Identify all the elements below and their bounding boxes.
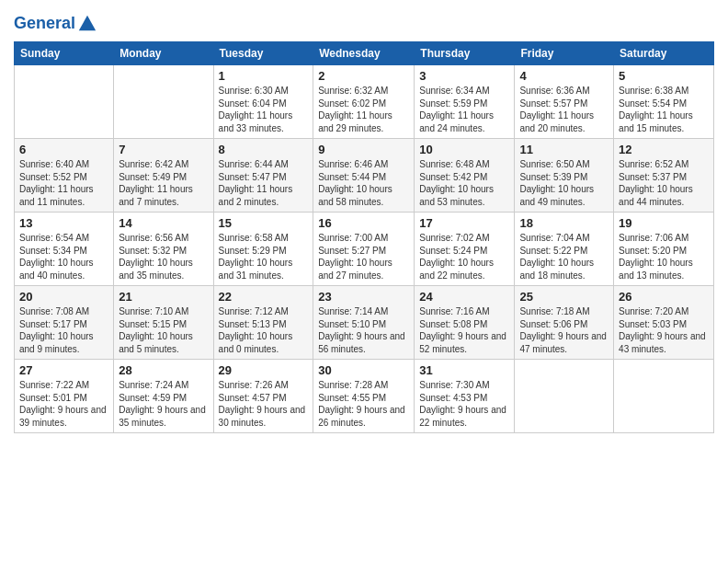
calendar-cell: 11Sunrise: 6:50 AM Sunset: 5:39 PM Dayli… bbox=[515, 139, 614, 213]
cell-content: Sunrise: 6:58 AM Sunset: 5:29 PM Dayligh… bbox=[219, 232, 309, 282]
calendar-cell: 31Sunrise: 7:30 AM Sunset: 4:53 PM Dayli… bbox=[415, 360, 515, 433]
day-number: 23 bbox=[318, 290, 409, 304]
cell-content: Sunrise: 7:28 AM Sunset: 4:55 PM Dayligh… bbox=[318, 379, 409, 429]
day-number: 24 bbox=[419, 290, 509, 304]
day-number: 2 bbox=[318, 69, 409, 83]
logo-icon bbox=[77, 14, 97, 34]
calendar-cell: 23Sunrise: 7:14 AM Sunset: 5:10 PM Dayli… bbox=[313, 286, 415, 360]
page-container: General SundayMondayTuesdayWednesdayThur… bbox=[0, 0, 728, 563]
calendar-cell: 26Sunrise: 7:20 AM Sunset: 5:03 PM Dayli… bbox=[614, 286, 714, 360]
calendar-cell: 28Sunrise: 7:24 AM Sunset: 4:59 PM Dayli… bbox=[114, 360, 213, 433]
calendar-cell: 25Sunrise: 7:18 AM Sunset: 5:06 PM Dayli… bbox=[515, 286, 614, 360]
calendar-table: SundayMondayTuesdayWednesdayThursdayFrid… bbox=[14, 41, 714, 433]
cell-content: Sunrise: 6:54 AM Sunset: 5:34 PM Dayligh… bbox=[19, 232, 108, 282]
calendar-cell: 21Sunrise: 7:10 AM Sunset: 5:15 PM Dayli… bbox=[114, 286, 213, 360]
cell-content: Sunrise: 6:38 AM Sunset: 5:54 PM Dayligh… bbox=[619, 85, 709, 134]
logo-text: General bbox=[14, 15, 75, 33]
calendar-cell: 9Sunrise: 6:46 AM Sunset: 5:44 PM Daylig… bbox=[313, 139, 415, 213]
calendar-cell: 2Sunrise: 6:32 AM Sunset: 6:02 PM Daylig… bbox=[313, 65, 415, 139]
cell-content: Sunrise: 7:00 AM Sunset: 5:27 PM Dayligh… bbox=[318, 232, 409, 282]
day-number: 13 bbox=[19, 216, 108, 230]
calendar-week-5: 27Sunrise: 7:22 AM Sunset: 5:01 PM Dayli… bbox=[15, 360, 714, 433]
calendar-week-1: 1Sunrise: 6:30 AM Sunset: 6:04 PM Daylig… bbox=[15, 65, 714, 139]
day-number: 31 bbox=[419, 363, 509, 377]
calendar-cell: 10Sunrise: 6:48 AM Sunset: 5:42 PM Dayli… bbox=[415, 139, 515, 213]
calendar-week-4: 20Sunrise: 7:08 AM Sunset: 5:17 PM Dayli… bbox=[15, 286, 714, 360]
calendar-cell: 17Sunrise: 7:02 AM Sunset: 5:24 PM Dayli… bbox=[415, 213, 515, 286]
calendar-cell: 1Sunrise: 6:30 AM Sunset: 6:04 PM Daylig… bbox=[213, 65, 313, 139]
day-number: 3 bbox=[419, 69, 509, 83]
day-number: 14 bbox=[119, 216, 208, 230]
day-number: 11 bbox=[519, 143, 609, 156]
cell-content: Sunrise: 7:08 AM Sunset: 5:17 PM Dayligh… bbox=[19, 305, 108, 355]
cell-content: Sunrise: 7:04 AM Sunset: 5:22 PM Dayligh… bbox=[519, 232, 609, 282]
cell-content: Sunrise: 6:34 AM Sunset: 5:59 PM Dayligh… bbox=[419, 85, 509, 134]
day-number: 26 bbox=[619, 290, 709, 304]
day-number: 1 bbox=[219, 69, 309, 83]
cell-content: Sunrise: 6:32 AM Sunset: 6:02 PM Dayligh… bbox=[318, 85, 409, 134]
day-number: 9 bbox=[318, 143, 409, 156]
weekday-header-tuesday: Tuesday bbox=[213, 42, 313, 65]
day-number: 15 bbox=[219, 216, 309, 230]
day-number: 29 bbox=[219, 363, 309, 377]
cell-content: Sunrise: 6:56 AM Sunset: 5:32 PM Dayligh… bbox=[119, 232, 208, 282]
cell-content: Sunrise: 6:50 AM Sunset: 5:39 PM Dayligh… bbox=[519, 158, 609, 208]
cell-content: Sunrise: 7:22 AM Sunset: 5:01 PM Dayligh… bbox=[19, 379, 108, 429]
day-number: 7 bbox=[119, 143, 208, 156]
day-number: 17 bbox=[419, 216, 509, 230]
calendar-cell: 4Sunrise: 6:36 AM Sunset: 5:57 PM Daylig… bbox=[515, 65, 614, 139]
cell-content: Sunrise: 6:48 AM Sunset: 5:42 PM Dayligh… bbox=[419, 158, 509, 208]
day-number: 20 bbox=[19, 290, 108, 304]
cell-content: Sunrise: 6:44 AM Sunset: 5:47 PM Dayligh… bbox=[219, 158, 309, 208]
cell-content: Sunrise: 6:30 AM Sunset: 6:04 PM Dayligh… bbox=[219, 85, 309, 134]
weekday-header-friday: Friday bbox=[515, 42, 614, 65]
calendar-cell: 29Sunrise: 7:26 AM Sunset: 4:57 PM Dayli… bbox=[213, 360, 313, 433]
cell-content: Sunrise: 7:24 AM Sunset: 4:59 PM Dayligh… bbox=[119, 379, 208, 429]
day-number: 5 bbox=[619, 69, 709, 83]
calendar-header-row: SundayMondayTuesdayWednesdayThursdayFrid… bbox=[15, 42, 714, 65]
calendar-cell: 18Sunrise: 7:04 AM Sunset: 5:22 PM Dayli… bbox=[515, 213, 614, 286]
calendar-cell bbox=[614, 360, 714, 433]
cell-content: Sunrise: 6:40 AM Sunset: 5:52 PM Dayligh… bbox=[19, 158, 108, 208]
day-number: 22 bbox=[219, 290, 309, 304]
cell-content: Sunrise: 7:14 AM Sunset: 5:10 PM Dayligh… bbox=[318, 305, 409, 355]
calendar-cell bbox=[15, 65, 114, 139]
day-number: 10 bbox=[419, 143, 509, 156]
day-number: 19 bbox=[619, 216, 709, 230]
calendar-cell: 27Sunrise: 7:22 AM Sunset: 5:01 PM Dayli… bbox=[15, 360, 114, 433]
weekday-header-monday: Monday bbox=[114, 42, 213, 65]
day-number: 18 bbox=[519, 216, 609, 230]
calendar-cell: 22Sunrise: 7:12 AM Sunset: 5:13 PM Dayli… bbox=[213, 286, 313, 360]
day-number: 12 bbox=[619, 143, 709, 156]
day-number: 4 bbox=[519, 69, 609, 83]
calendar-cell: 16Sunrise: 7:00 AM Sunset: 5:27 PM Dayli… bbox=[313, 213, 415, 286]
calendar-cell: 3Sunrise: 6:34 AM Sunset: 5:59 PM Daylig… bbox=[415, 65, 515, 139]
day-number: 25 bbox=[519, 290, 609, 304]
cell-content: Sunrise: 7:18 AM Sunset: 5:06 PM Dayligh… bbox=[519, 305, 609, 355]
calendar-week-2: 6Sunrise: 6:40 AM Sunset: 5:52 PM Daylig… bbox=[15, 139, 714, 213]
calendar-week-3: 13Sunrise: 6:54 AM Sunset: 5:34 PM Dayli… bbox=[15, 213, 714, 286]
calendar-cell: 24Sunrise: 7:16 AM Sunset: 5:08 PM Dayli… bbox=[415, 286, 515, 360]
cell-content: Sunrise: 7:12 AM Sunset: 5:13 PM Dayligh… bbox=[219, 305, 309, 355]
calendar-cell: 14Sunrise: 6:56 AM Sunset: 5:32 PM Dayli… bbox=[114, 213, 213, 286]
cell-content: Sunrise: 7:02 AM Sunset: 5:24 PM Dayligh… bbox=[419, 232, 509, 282]
calendar-cell bbox=[515, 360, 614, 433]
calendar-cell: 7Sunrise: 6:42 AM Sunset: 5:49 PM Daylig… bbox=[114, 139, 213, 213]
calendar-cell: 12Sunrise: 6:52 AM Sunset: 5:37 PM Dayli… bbox=[614, 139, 714, 213]
cell-content: Sunrise: 6:42 AM Sunset: 5:49 PM Dayligh… bbox=[119, 158, 208, 208]
cell-content: Sunrise: 7:10 AM Sunset: 5:15 PM Dayligh… bbox=[119, 305, 208, 355]
calendar-cell: 6Sunrise: 6:40 AM Sunset: 5:52 PM Daylig… bbox=[15, 139, 114, 213]
day-number: 28 bbox=[119, 363, 208, 377]
calendar-cell: 19Sunrise: 7:06 AM Sunset: 5:20 PM Dayli… bbox=[614, 213, 714, 286]
calendar-cell bbox=[114, 65, 213, 139]
weekday-header-saturday: Saturday bbox=[614, 42, 714, 65]
calendar-cell: 8Sunrise: 6:44 AM Sunset: 5:47 PM Daylig… bbox=[213, 139, 313, 213]
weekday-header-sunday: Sunday bbox=[15, 42, 114, 65]
cell-content: Sunrise: 6:52 AM Sunset: 5:37 PM Dayligh… bbox=[619, 158, 709, 208]
cell-content: Sunrise: 7:26 AM Sunset: 4:57 PM Dayligh… bbox=[219, 379, 309, 429]
cell-content: Sunrise: 7:06 AM Sunset: 5:20 PM Dayligh… bbox=[619, 232, 709, 282]
page-header: General bbox=[14, 9, 714, 34]
calendar-cell: 5Sunrise: 6:38 AM Sunset: 5:54 PM Daylig… bbox=[614, 65, 714, 139]
logo: General bbox=[14, 14, 97, 34]
day-number: 16 bbox=[318, 216, 409, 230]
